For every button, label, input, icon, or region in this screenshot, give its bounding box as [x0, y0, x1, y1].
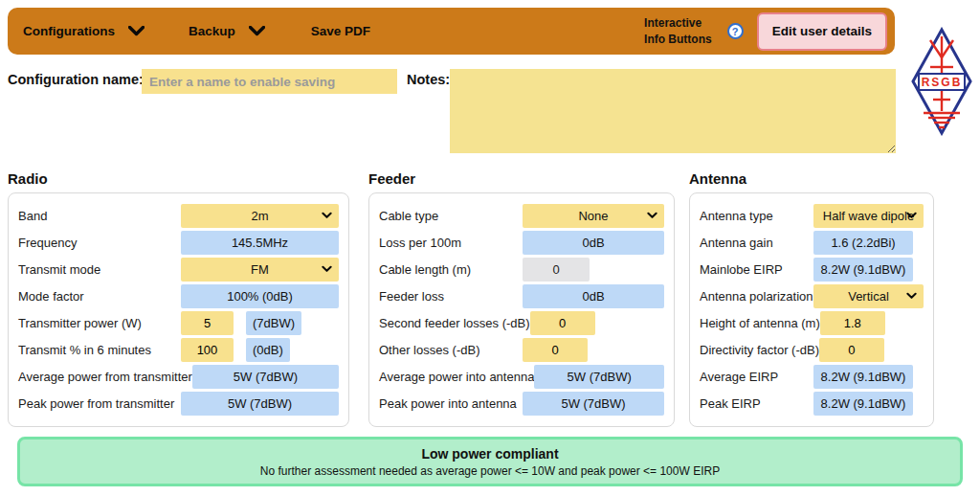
- field-area: 5W (7dBW): [534, 365, 664, 389]
- feeder-loss-value: 0dB: [523, 284, 664, 308]
- field-label: Transmitter power (W): [18, 316, 142, 330]
- compliance-banner-title: Low power compliant: [421, 446, 558, 462]
- field-row-height-of-antenna-m: Height of antenna (m): [700, 311, 924, 335]
- field-area: 0dB: [523, 284, 664, 308]
- field-label: Feeder loss: [379, 289, 444, 304]
- mainlobe-eirp-value: 8.2W (9.1dBW): [813, 258, 913, 282]
- feeder-panel-title: Feeder: [368, 170, 675, 187]
- field-area: 8.2W (9.1dBW): [813, 392, 924, 416]
- field-area: FM: [181, 258, 339, 282]
- field-area: (7dBW): [181, 311, 339, 335]
- transmitter-power-w-input[interactable]: [181, 311, 234, 335]
- field-area: (0dB): [181, 338, 339, 362]
- chevron-down-icon: [322, 212, 332, 219]
- field-area: Vertical: [813, 284, 924, 308]
- field-area: 0dB: [523, 231, 664, 255]
- field-area: 5W (7dBW): [523, 392, 664, 416]
- field-area: 5W (7dBW): [181, 392, 339, 416]
- edit-user-details-button[interactable]: Edit user details: [757, 12, 887, 51]
- field-row-transmit-in-6-minutes: Transmit % in 6 minutes(0dB): [18, 338, 339, 362]
- second-feeder-losses-db-input[interactable]: [530, 311, 595, 335]
- help-icon-glyph: ?: [732, 26, 739, 37]
- field-label: Loss per 100m: [379, 236, 461, 250]
- notes-textarea[interactable]: [450, 69, 896, 153]
- antenna-panel: Antenna Antenna typeHalf wave dipoleAnte…: [689, 170, 934, 427]
- antenna-panel-title: Antenna: [689, 170, 934, 187]
- field-area: [820, 311, 924, 335]
- help-icon[interactable]: ?: [727, 23, 744, 39]
- selected-value: 2m: [181, 209, 339, 223]
- field-label: Average power from transmitter: [18, 370, 192, 384]
- field-row-average-eirp: Average EIRP8.2W (9.1dBW): [700, 365, 924, 389]
- backup-menu[interactable]: Backup: [189, 24, 265, 38]
- selected-value: FM: [181, 262, 339, 277]
- field-area: None: [523, 204, 664, 228]
- field-area: [819, 338, 924, 362]
- field-row-peak-power-from-transmitter: Peak power from transmitter5W (7dBW): [18, 392, 339, 416]
- peak-power-from-transmitter-value: 5W (7dBW): [181, 392, 339, 416]
- field-area: 8.2W (9.1dBW): [813, 365, 924, 389]
- field-row-transmitter-power-w: Transmitter power (W)(7dBW): [18, 311, 339, 335]
- field-label: Peak power from transmitter: [18, 396, 174, 411]
- field-label: Transmit % in 6 minutes: [18, 343, 151, 357]
- antenna-polarization-select[interactable]: Vertical: [813, 284, 924, 308]
- field-label: Band: [18, 209, 47, 223]
- mode-factor-value: 100% (0dB): [181, 284, 339, 308]
- average-power-into-antenna-value: 5W (7dBW): [534, 365, 664, 389]
- average-power-from-transmitter-value: 5W (7dBW): [192, 365, 339, 389]
- configurations-menu-label: Configurations: [23, 24, 115, 38]
- field-area: 100% (0dB): [181, 284, 339, 308]
- field-area: [523, 338, 664, 362]
- notes-label: Notes:: [407, 72, 450, 87]
- field-row-peak-eirp: Peak EIRP8.2W (9.1dBW): [700, 392, 924, 416]
- directivity-factor-db-input[interactable]: [819, 338, 884, 362]
- field-row-band: Band2m: [18, 204, 339, 228]
- transmitter-power-w-badge: (7dBW): [246, 311, 301, 335]
- field-row-peak-power-into-antenna: Peak power into antenna5W (7dBW): [379, 392, 664, 416]
- save-pdf-button[interactable]: Save PDF: [311, 24, 370, 38]
- chevron-down-icon: [128, 26, 145, 36]
- chevron-down-icon: [322, 265, 332, 273]
- band-select[interactable]: 2m: [181, 204, 339, 228]
- field-row-cable-type: Cable typeNone: [379, 204, 664, 228]
- transmit-in-6-minutes-input[interactable]: [181, 338, 234, 362]
- field-row-mode-factor: Mode factor100% (0dB): [18, 284, 339, 308]
- field-row-cable-length-m: Cable length (m)0: [379, 258, 664, 282]
- selected-value: None: [523, 209, 664, 223]
- field-row-directivity-factor-db: Directivity factor (-dB): [700, 338, 924, 362]
- other-losses-db-input[interactable]: [523, 338, 588, 362]
- average-eirp-value: 8.2W (9.1dBW): [813, 365, 913, 389]
- field-row-second-feeder-losses-db: Second feeder losses (-dB): [379, 311, 664, 335]
- compliance-banner-subtitle: No further assessment needed as average …: [260, 464, 720, 478]
- height-of-antenna-m-input[interactable]: [820, 311, 885, 335]
- chevron-down-icon: [249, 26, 265, 36]
- field-area: 5W (7dBW): [192, 365, 339, 389]
- field-label: Peak power into antenna: [379, 396, 517, 411]
- configurations-menu[interactable]: Configurations: [23, 24, 145, 38]
- field-row-other-losses-db: Other losses (-dB): [379, 338, 664, 362]
- interactive-info-line1: Interactive: [644, 15, 712, 32]
- field-label: Average EIRP: [700, 370, 778, 384]
- peak-eirp-value: 8.2W (9.1dBW): [813, 392, 913, 416]
- field-row-antenna-polarization: Antenna polarizationVertical: [700, 284, 924, 308]
- field-row-antenna-gain: Antenna gain1.6 (2.2dBi): [700, 231, 924, 255]
- chevron-down-icon: [906, 212, 917, 219]
- field-area: 0: [523, 258, 664, 282]
- radio-panel-title: Radio: [8, 170, 349, 187]
- transmit-mode-select[interactable]: FM: [181, 258, 339, 282]
- field-row-feeder-loss: Feeder loss0dB: [379, 284, 664, 308]
- field-label: Cable type: [379, 209, 438, 223]
- rsgb-logo: RSGB: [910, 27, 973, 136]
- cable-type-select[interactable]: None: [523, 204, 664, 228]
- field-area: 145.5MHz: [181, 231, 339, 255]
- interactive-info-label: Interactive Info Buttons: [644, 15, 712, 48]
- field-label: Antenna type: [700, 209, 773, 223]
- field-label: Other losses (-dB): [379, 343, 479, 357]
- antenna-type-select[interactable]: Half wave dipole: [813, 204, 924, 228]
- rsgb-logo-text: RSGB: [922, 76, 963, 89]
- radio-panel-box: Band2mFrequency145.5MHzTransmit modeFMMo…: [8, 192, 349, 427]
- field-area: [530, 311, 664, 335]
- antenna-gain-value: 1.6 (2.2dBi): [813, 231, 913, 255]
- field-label: Antenna polarization: [700, 289, 813, 304]
- configuration-name-input[interactable]: [142, 69, 397, 94]
